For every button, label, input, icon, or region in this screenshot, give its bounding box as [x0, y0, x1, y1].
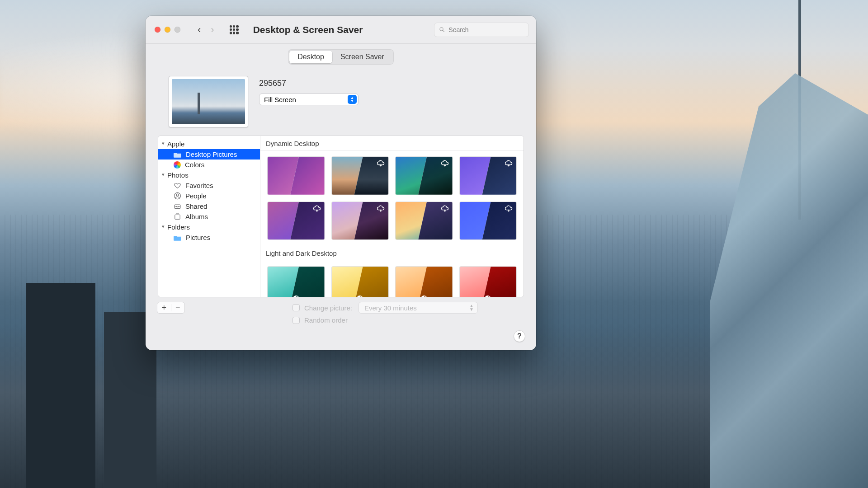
sidebar-item-label: Shared [185, 202, 207, 210]
close-button[interactable] [155, 27, 160, 33]
download-icon [312, 205, 321, 212]
sidebar-item-shared[interactable]: Shared [158, 201, 260, 211]
sidebar-item-albums[interactable]: Albums [158, 211, 260, 222]
group-photos[interactable]: ▾ Photos [158, 170, 260, 180]
current-wallpaper-name: 295657 [259, 79, 359, 88]
current-wallpaper-preview [169, 76, 248, 127]
wallpaper-gallery[interactable]: Dynamic Desktop Light and Dark Desktop [260, 136, 524, 297]
change-picture-checkbox[interactable] [292, 304, 300, 311]
sidebar-item-label: Desktop Pictures [186, 150, 237, 158]
download-icon [376, 205, 385, 212]
sidebar-item-people[interactable]: People [158, 191, 260, 201]
group-label: Apple [167, 140, 184, 148]
tab-screensaver[interactable]: Screen Saver [332, 51, 392, 63]
background-building [26, 283, 96, 488]
download-icon [504, 205, 513, 212]
change-interval-select[interactable]: Every 30 minutes ▲▼ [359, 302, 478, 314]
download-icon [504, 160, 513, 167]
svg-line-1 [443, 30, 444, 32]
sidebar-item-colors[interactable]: Colors [158, 160, 260, 170]
window-title: Desktop & Screen Saver [253, 24, 363, 35]
person-icon [174, 192, 181, 200]
wallpaper-thumb[interactable] [268, 267, 325, 297]
change-picture-label: Change picture: [304, 304, 352, 312]
fit-mode-select[interactable]: Fill Screen ▲▼ [259, 94, 359, 105]
chevron-down-icon: ▾ [162, 172, 165, 178]
remove-source-button[interactable]: − [171, 303, 185, 313]
search-field[interactable] [434, 23, 529, 37]
group-apple[interactable]: ▾ Apple [158, 139, 260, 149]
sidebar-item-label: Albums [185, 213, 208, 221]
tab-bar: Desktop Screen Saver [288, 49, 394, 65]
chevron-down-icon: ▾ [162, 141, 165, 146]
back-button[interactable]: ‹ [198, 25, 201, 35]
nav-arrows: ‹ › [198, 25, 214, 35]
wallpaper-thumb[interactable] [396, 267, 453, 297]
wallpaper-thumb[interactable] [332, 267, 389, 297]
sidebar-item-label: Colors [185, 161, 204, 169]
download-icon [376, 160, 385, 167]
updown-icon: ▲▼ [348, 95, 357, 104]
window-controls [155, 27, 180, 33]
sidebar-item-favorites[interactable]: Favorites [158, 180, 260, 191]
group-folders[interactable]: ▾ Folders [158, 222, 260, 232]
sidebar-add-remove: + − [157, 302, 185, 314]
folder-icon [174, 235, 182, 241]
section-dynamic-desktop: Dynamic Desktop [260, 136, 524, 150]
wallpaper-thumb[interactable] [332, 157, 389, 195]
download-icon [440, 160, 449, 167]
search-input[interactable] [448, 26, 524, 33]
svg-point-3 [176, 194, 179, 196]
show-all-button[interactable] [230, 25, 239, 34]
section-light-dark: Light and Dark Desktop [260, 246, 524, 260]
sidebar-item-pictures[interactable]: Pictures [158, 232, 260, 243]
random-order-checkbox[interactable] [292, 317, 300, 324]
download-icon [440, 205, 449, 212]
wallpaper-thumb[interactable] [268, 202, 325, 240]
add-source-button[interactable]: + [157, 303, 171, 313]
sidebar-item-label: People [185, 192, 207, 200]
inbox-icon [174, 202, 181, 210]
wallpaper-thumb[interactable] [268, 157, 325, 195]
svg-rect-5 [175, 215, 180, 219]
tab-desktop[interactable]: Desktop [289, 51, 332, 63]
heart-icon [174, 182, 181, 189]
change-interval-value: Every 30 minutes [364, 304, 417, 312]
group-label: Photos [167, 171, 189, 179]
fit-mode-value: Fill Screen [264, 96, 296, 103]
random-order-label: Random order [304, 316, 348, 324]
preferences-window: ‹ › Desktop & Screen Saver Desktop Scree… [146, 16, 536, 350]
search-icon [439, 26, 445, 33]
sidebar-item-label: Favorites [185, 182, 213, 189]
svg-rect-4 [175, 205, 180, 209]
updown-icon: ▲▼ [469, 304, 474, 311]
color-wheel-icon [174, 161, 181, 169]
help-button[interactable]: ? [514, 330, 525, 342]
minimize-button[interactable] [165, 27, 170, 33]
wallpaper-thumb[interactable] [396, 202, 453, 240]
titlebar: ‹ › Desktop & Screen Saver [146, 16, 536, 44]
zoom-button[interactable] [175, 27, 180, 33]
wallpaper-thumb[interactable] [460, 267, 517, 297]
source-sidebar: ▾ Apple Desktop Pictures Colors [158, 136, 260, 297]
sidebar-item-desktop-pictures[interactable]: Desktop Pictures [158, 149, 260, 160]
group-label: Folders [167, 223, 190, 231]
albums-icon [174, 213, 181, 221]
chevron-down-icon: ▾ [162, 224, 165, 230]
wallpaper-thumb[interactable] [460, 202, 517, 240]
wallpaper-thumb[interactable] [332, 202, 389, 240]
sidebar-item-label: Pictures [186, 234, 210, 241]
forward-button[interactable]: › [211, 25, 214, 35]
wallpaper-thumb[interactable] [460, 157, 517, 195]
wallpaper-thumb[interactable] [396, 157, 453, 195]
folder-icon [174, 151, 182, 158]
